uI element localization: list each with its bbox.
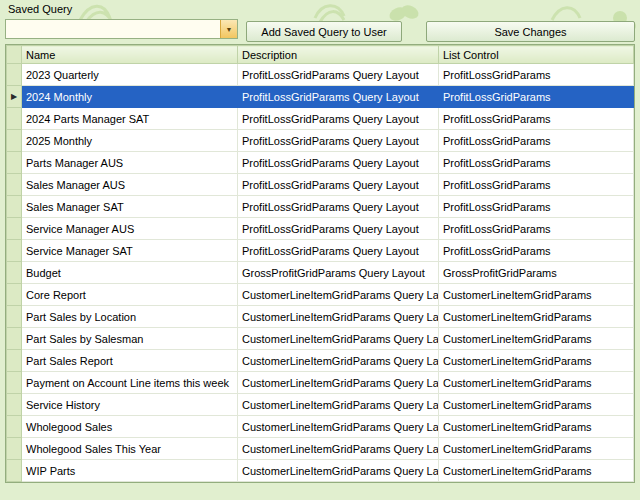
cell-description: GrossProfitGridParams Query Layout [238,262,439,284]
table-row[interactable]: Sales Manager SATProfitLossGridParams Qu… [7,196,634,218]
combo-dropdown-button[interactable]: ▼ [220,20,237,38]
row-indicator [7,196,22,218]
cell-description: ProfitLossGridParams Query Layout [238,174,439,196]
cell-list-control: CustomerLineItemGridParams [439,284,634,306]
cell-list-control: CustomerLineItemGridParams [439,350,634,372]
cell-description: CustomerLineItemGridParams Query La... [238,460,439,482]
row-indicator [7,328,22,350]
focused-row-arrow-icon: ▶ [7,86,22,108]
table-row[interactable]: 2023 QuarterlyProfitLossGridParams Query… [7,64,634,86]
table-row[interactable]: 2024 Parts Manager SATProfitLossGridPara… [7,108,634,130]
saved-query-grid: Name Description List Control 2023 Quart… [5,44,635,483]
cell-list-control: ProfitLossGridParams [439,130,634,152]
table-row[interactable]: BudgetGrossProfitGridParams Query Layout… [7,262,634,284]
cell-name: Part Sales Report [22,350,238,372]
row-indicator [7,416,22,438]
saved-query-combo[interactable]: ▼ [5,19,238,39]
cell-list-control: ProfitLossGridParams [439,64,634,86]
cell-list-control: ProfitLossGridParams [439,152,634,174]
row-indicator [7,64,22,86]
row-indicator [7,174,22,196]
cell-name: 2024 Parts Manager SAT [22,108,238,130]
column-header-list-control[interactable]: List Control [439,46,634,64]
cell-name: Sales Manager SAT [22,196,238,218]
table-row[interactable]: Service HistoryCustomerLineItemGridParam… [7,394,634,416]
cell-list-control: ProfitLossGridParams [439,196,634,218]
cell-list-control: ProfitLossGridParams [439,240,634,262]
cell-list-control: GrossProfitGridParams [439,262,634,284]
cell-description: CustomerLineItemGridParams Query La... [238,416,439,438]
saved-query-combo-input[interactable] [6,20,220,38]
row-indicator [7,130,22,152]
cell-description: ProfitLossGridParams Query Layout [238,196,439,218]
cell-list-control: ProfitLossGridParams [439,174,634,196]
table-row[interactable]: Part Sales by LocationCustomerLineItemGr… [7,306,634,328]
indicator-header-cell [7,46,22,64]
column-header-description[interactable]: Description [238,46,439,64]
chevron-down-icon: ▼ [226,26,233,33]
table-row[interactable]: Parts Manager AUSProfitLossGridParams Qu… [7,152,634,174]
saved-query-label: Saved Query [8,3,72,15]
table-row[interactable]: Service Manager AUSProfitLossGridParams … [7,218,634,240]
cell-list-control: CustomerLineItemGridParams [439,328,634,350]
cell-name: Service Manager AUS [22,218,238,240]
cell-list-control: CustomerLineItemGridParams [439,416,634,438]
cell-list-control: CustomerLineItemGridParams [439,372,634,394]
cell-description: CustomerLineItemGridParams Query La... [238,438,439,460]
row-indicator [7,372,22,394]
table-row[interactable]: Payment on Account Line items this weekC… [7,372,634,394]
cell-list-control: ProfitLossGridParams [439,108,634,130]
table-row[interactable]: Service Manager SATProfitLossGridParams … [7,240,634,262]
cell-description: ProfitLossGridParams Query Layout [238,108,439,130]
cell-description: ProfitLossGridParams Query Layout [238,152,439,174]
cell-name: 2023 Quarterly [22,64,238,86]
table-row[interactable]: WIP PartsCustomerLineItemGridParams Quer… [7,460,634,482]
cell-description: CustomerLineItemGridParams Query La... [238,350,439,372]
cell-description: CustomerLineItemGridParams Query La... [238,394,439,416]
table-row[interactable]: Part Sales by SalesmanCustomerLineItemGr… [7,328,634,350]
cell-name: Part Sales by Salesman [22,328,238,350]
cell-description: CustomerLineItemGridParams Query La... [238,372,439,394]
cell-description: ProfitLossGridParams Query Layout [238,240,439,262]
table-row[interactable]: Sales Manager AUSProfitLossGridParams Qu… [7,174,634,196]
cell-name: Budget [22,262,238,284]
cell-list-control: CustomerLineItemGridParams [439,306,634,328]
cell-description: CustomerLineItemGridParams Query La... [238,328,439,350]
cell-name: Wholegood Sales This Year [22,438,238,460]
table-row[interactable]: Core ReportCustomerLineItemGridParams Qu… [7,284,634,306]
row-indicator [7,460,22,482]
row-indicator [7,262,22,284]
cell-list-control: ProfitLossGridParams [439,218,634,240]
table-row[interactable]: Wholegood SalesCustomerLineItemGridParam… [7,416,634,438]
cell-list-control: CustomerLineItemGridParams [439,460,634,482]
row-indicator [7,218,22,240]
cell-name: Service History [22,394,238,416]
row-indicator [7,152,22,174]
cell-name: Wholegood Sales [22,416,238,438]
row-indicator [7,394,22,416]
cell-name: Sales Manager AUS [22,174,238,196]
row-indicator [7,350,22,372]
table-row[interactable]: 2025 MonthlyProfitLossGridParams Query L… [7,130,634,152]
table-row[interactable]: ▶2024 MonthlyProfitLossGridParams Query … [7,86,634,108]
cell-list-control: ProfitLossGridParams [439,86,634,108]
cell-description: ProfitLossGridParams Query Layout [238,130,439,152]
row-indicator [7,240,22,262]
cell-name: Service Manager SAT [22,240,238,262]
row-indicator [7,284,22,306]
save-changes-button[interactable]: Save Changes [426,21,635,42]
cell-name: 2024 Monthly [22,86,238,108]
row-indicator [7,438,22,460]
table-row[interactable]: Wholegood Sales This YearCustomerLineIte… [7,438,634,460]
cell-description: ProfitLossGridParams Query Layout [238,64,439,86]
add-saved-query-button[interactable]: Add Saved Query to User [246,21,402,42]
column-header-name[interactable]: Name [22,46,238,64]
table-row[interactable]: Part Sales ReportCustomerLineItemGridPar… [7,350,634,372]
cell-list-control: CustomerLineItemGridParams [439,394,634,416]
cell-description: ProfitLossGridParams Query Layout [238,86,439,108]
cell-name: WIP Parts [22,460,238,482]
row-indicator [7,306,22,328]
cell-name: Payment on Account Line items this week [22,372,238,394]
cell-description: ProfitLossGridParams Query Layout [238,218,439,240]
cell-description: CustomerLineItemGridParams Query La... [238,284,439,306]
